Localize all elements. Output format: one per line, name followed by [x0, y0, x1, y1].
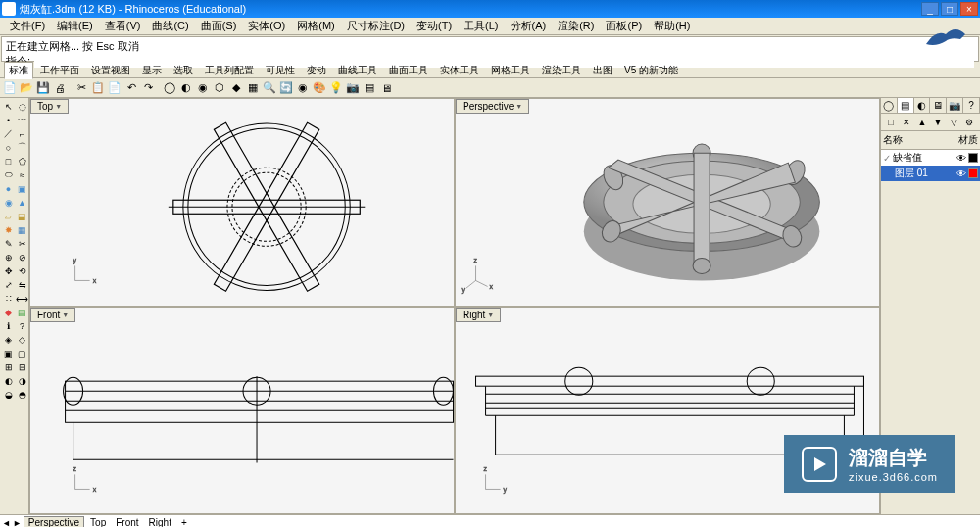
dim-icon[interactable]: ⟷ [16, 292, 28, 305]
menu-tools[interactable]: 工具(L) [458, 18, 504, 34]
tool-x1-icon[interactable]: ◈ [2, 333, 15, 346]
tab-select[interactable]: 选取 [169, 62, 198, 79]
render-icon[interactable]: ◆ [2, 306, 15, 318]
sphere-icon[interactable]: ● [2, 182, 15, 195]
panel-tab-render-icon[interactable]: 🖥 [930, 98, 947, 113]
tab-scroll-right-icon[interactable]: ► [13, 518, 22, 528]
tool-x2-icon[interactable]: ◇ [16, 333, 28, 346]
tab-meshtools[interactable]: 网格工具 [486, 62, 535, 79]
menu-view[interactable]: 查看(V) [99, 18, 147, 34]
array-icon[interactable]: ∷ [2, 292, 15, 305]
cone-icon[interactable]: ▲ [16, 196, 28, 209]
view-tab-right[interactable]: Right [145, 517, 175, 527]
layer-new-icon[interactable]: □ [883, 115, 899, 130]
menu-transform[interactable]: 变动(T) [411, 18, 458, 34]
viewport-front[interactable]: Front xz [30, 308, 454, 514]
polygon-icon[interactable]: ⬠ [16, 155, 28, 168]
layer-color-swatch[interactable] [968, 153, 978, 163]
close-button[interactable]: × [960, 2, 978, 16]
layer-icon[interactable]: ▤ [16, 306, 28, 318]
split-icon[interactable]: ⊘ [16, 251, 28, 264]
tab-cplane[interactable]: 工作平面 [35, 62, 84, 79]
menu-render[interactable]: 渲染(R) [552, 18, 600, 34]
circle-icon[interactable]: ○ [2, 141, 15, 154]
tool-j-icon[interactable]: 🎨 [312, 80, 327, 96]
tab-curvetools[interactable]: 曲线工具 [333, 62, 382, 79]
menu-file[interactable]: 文件(F) [4, 18, 51, 34]
tab-drafting[interactable]: 出图 [588, 62, 617, 79]
box-icon[interactable]: ▣ [16, 182, 28, 195]
tab-setview[interactable]: 设置视图 [86, 62, 135, 79]
panel-tab-properties-icon[interactable]: ◯ [881, 98, 898, 113]
tab-scroll-left-icon[interactable]: ◄ [2, 518, 11, 528]
tab-layout[interactable]: 工具列配置 [200, 62, 259, 79]
cylinder-icon[interactable]: ◉ [2, 196, 15, 209]
ellipse-icon[interactable]: ⬭ [2, 168, 15, 181]
tool-g-icon[interactable]: 🔍 [262, 80, 277, 96]
viewport-perspective[interactable]: Perspective [456, 99, 879, 306]
menu-solid[interactable]: 实体(O) [242, 18, 291, 34]
layer-visible-icon[interactable]: 👁 [956, 153, 966, 164]
tab-transform2[interactable]: 变动 [302, 62, 331, 79]
layer-row-default[interactable]: ✓ 缺省值 👁 [881, 150, 980, 166]
freeform-icon[interactable]: ≈ [16, 168, 28, 181]
menu-surface[interactable]: 曲面(S) [195, 18, 243, 34]
tool-a-icon[interactable]: ◯ [162, 80, 177, 96]
minimize-button[interactable]: _ [921, 2, 939, 16]
menu-help[interactable]: 帮助(H) [648, 18, 696, 34]
save-icon[interactable]: 💾 [35, 80, 51, 96]
mesh-icon[interactable]: ▦ [16, 223, 28, 236]
join-icon[interactable]: ⊕ [2, 251, 15, 264]
new-icon[interactable]: 📄 [2, 80, 18, 96]
redo-icon[interactable]: ↷ [140, 80, 156, 96]
menu-mesh[interactable]: 网格(M) [291, 18, 341, 34]
layer-01-visible-icon[interactable]: 👁 [956, 168, 966, 179]
menu-analyze[interactable]: 分析(A) [505, 18, 553, 34]
viewport-perspective-label[interactable]: Perspective [456, 99, 529, 114]
help-icon[interactable]: ? [16, 319, 28, 332]
cut-icon[interactable]: ✂ [74, 80, 89, 96]
rotate-icon[interactable]: ⟲ [16, 264, 28, 277]
tool-x10-icon[interactable]: ◓ [16, 388, 28, 401]
tool-i-icon[interactable]: ◉ [295, 80, 311, 96]
paste-icon[interactable]: 📄 [107, 80, 122, 96]
tool-f-icon[interactable]: ▦ [245, 80, 261, 96]
surface-icon[interactable]: ▱ [2, 210, 15, 222]
panel-tab-camera-icon[interactable]: 📷 [947, 98, 963, 113]
menu-edit[interactable]: 编辑(E) [51, 18, 99, 34]
tool-x9-icon[interactable]: ◒ [2, 388, 15, 401]
point-icon[interactable]: • [2, 114, 15, 126]
tool-x6-icon[interactable]: ⊟ [16, 360, 28, 373]
print-icon[interactable]: 🖨 [52, 80, 68, 96]
view-tab-front[interactable]: Front [112, 517, 142, 527]
layer-down-icon[interactable]: ▼ [930, 115, 946, 130]
tool-x8-icon[interactable]: ◑ [16, 374, 28, 387]
layer-filter-icon[interactable]: ▽ [946, 115, 961, 130]
move-icon[interactable]: ✥ [2, 264, 15, 277]
undo-icon[interactable]: ↶ [123, 80, 139, 96]
layer-row-01[interactable]: 图层 01 👁 [881, 166, 980, 181]
viewport-right-label[interactable]: Right [456, 308, 501, 322]
tool-l-icon[interactable]: 📷 [345, 80, 361, 96]
prop-icon[interactable]: ℹ [2, 319, 15, 332]
tab-v5new[interactable]: V5 的新功能 [619, 62, 683, 79]
view-tab-add[interactable]: + [177, 517, 191, 527]
tab-surftools[interactable]: 曲面工具 [384, 62, 433, 79]
view-tab-top[interactable]: Top [86, 517, 110, 527]
menu-dimension[interactable]: 尺寸标注(D) [341, 18, 411, 34]
curve-icon[interactable]: 〰 [16, 114, 28, 126]
tab-display[interactable]: 显示 [137, 62, 167, 79]
pointer-icon[interactable]: ↖ [2, 100, 15, 113]
tool-x4-icon[interactable]: ▢ [16, 347, 28, 359]
tool-k-icon[interactable]: 💡 [328, 80, 344, 96]
maximize-button[interactable]: □ [941, 2, 958, 16]
polyline-icon[interactable]: ⌐ [16, 127, 28, 140]
menu-panel[interactable]: 面板(P) [600, 18, 648, 34]
rect-icon[interactable]: □ [2, 155, 15, 168]
tool-m-icon[interactable]: ▤ [362, 80, 377, 96]
tab-visibility[interactable]: 可见性 [261, 62, 300, 79]
edit-icon[interactable]: ✎ [2, 237, 15, 250]
tab-rendertools[interactable]: 渲染工具 [537, 62, 586, 79]
tab-standard[interactable]: 标准 [4, 62, 33, 79]
trim-icon[interactable]: ✂ [16, 237, 28, 250]
